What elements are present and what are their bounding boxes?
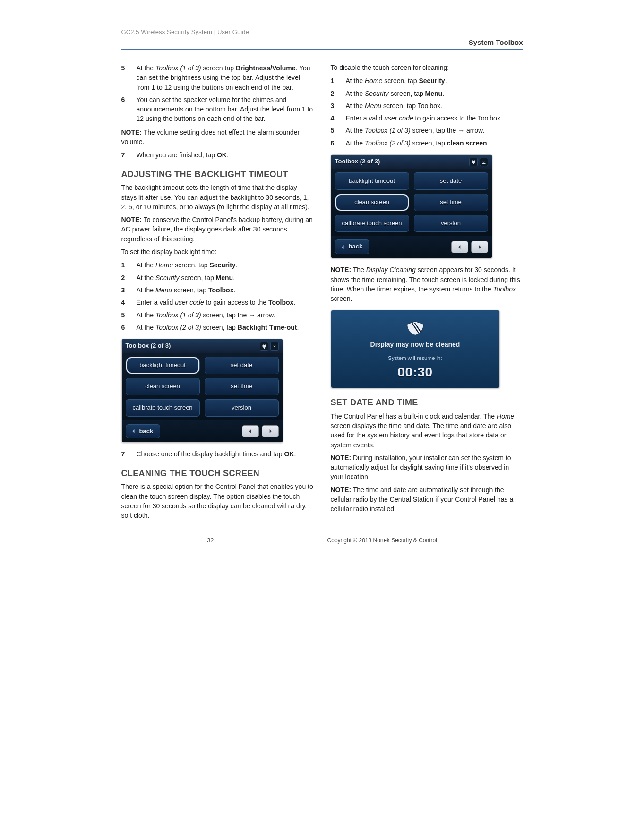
note-volume: NOTE: The volume setting does not effect… xyxy=(121,128,314,147)
step-number: 3 xyxy=(331,101,338,111)
list-item: 6At the Toolbox (2 of 3) screen, tap cle… xyxy=(331,138,523,148)
device-btn-set-time: set time xyxy=(414,194,488,211)
list-item: 2At the Security screen, tap Menu. xyxy=(121,273,314,282)
date-intro: The Control Panel has a built-in clock a… xyxy=(331,411,523,450)
left-column: 5At the Toolbox (1 of 3) screen tap Brig… xyxy=(121,60,314,523)
device-next-arrow xyxy=(471,241,488,253)
toolbox-screenshot-backlight: Toolbox (2 of 3) backlight timeout set d… xyxy=(121,339,283,443)
step-text: When you are finished, tap OK. xyxy=(137,150,229,160)
step-text: At the Security screen, tap Menu. xyxy=(137,273,235,282)
device-btn-version: version xyxy=(414,215,488,232)
device-btn-backlight-timeout: backlight timeout xyxy=(126,357,200,374)
step-number: 3 xyxy=(121,285,129,295)
list-item: 2At the Security screen, tap Menu. xyxy=(331,89,523,98)
device-btn-clean-screen: clean screen xyxy=(126,378,200,395)
step-number: 6 xyxy=(121,323,129,332)
step-number: 5 xyxy=(121,310,129,320)
step-number: 1 xyxy=(121,260,129,270)
download-icon xyxy=(480,158,488,166)
device-back-label: back xyxy=(139,427,154,436)
adjust-intro: The backlight timeout sets the length of… xyxy=(121,183,314,212)
device-btn-set-time: set time xyxy=(205,378,279,395)
adjust-note: NOTE: To conserve the Control Panel's ba… xyxy=(121,215,314,244)
list-item: 3At the Menu screen, tap Toolbox. xyxy=(331,101,523,111)
step-text: You can set the speaker volume for the c… xyxy=(137,95,314,124)
device-prev-arrow xyxy=(242,425,259,437)
step-number: 7 xyxy=(121,150,129,160)
step-text: Enter a valid user code to gain access t… xyxy=(346,113,502,123)
device-title: Toolbox (2 of 3) xyxy=(335,157,380,166)
step-text: At the Menu screen, tap Toolbox. xyxy=(346,101,442,111)
heading-adjust-backlight: ADJUSTING THE BACKLIGHT TIMEOUT xyxy=(121,170,314,180)
step-number: 7 xyxy=(121,449,129,459)
device-btn-calibrate: calibrate touch screen xyxy=(335,215,409,232)
list-item: 5At the Toolbox (1 of 3) screen tap Brig… xyxy=(121,63,314,92)
step-number: 5 xyxy=(121,63,129,92)
heading-cleaning: CLEANING THE TOUCH SCREEN xyxy=(121,469,314,479)
list-item: 5At the Toolbox (1 of 3) screen, tap the… xyxy=(121,310,314,320)
list-item: 5At the Toolbox (1 of 3) screen, tap the… xyxy=(331,126,523,135)
device-prev-arrow xyxy=(451,241,468,253)
device-back-button: back xyxy=(126,424,161,439)
clean-intro: There is a special option for the Contro… xyxy=(121,482,314,520)
step-number: 2 xyxy=(331,89,338,98)
device-title: Toolbox (2 of 3) xyxy=(126,342,171,351)
list-item: 1At the Home screen, tap Security. xyxy=(121,260,314,270)
step-text: At the Menu screen, tap Toolbox. xyxy=(137,285,236,295)
device-btn-set-date: set date xyxy=(414,172,488,190)
adjust-lead: To set the display backlight time: xyxy=(121,247,314,257)
device-btn-version: version xyxy=(205,399,279,417)
list-item: 4Enter a valid user code to gain access … xyxy=(331,113,523,123)
clean-note: NOTE: The Display Cleaning screen appear… xyxy=(331,265,523,303)
step-number: 4 xyxy=(121,298,129,307)
list-item: 4Enter a valid user code to gain access … xyxy=(121,298,314,307)
step-text: Choose one of the display backlight time… xyxy=(137,449,296,459)
step-text: At the Home screen, tap Security. xyxy=(137,260,238,270)
step-text: At the Toolbox (1 of 3) screen tap Brigh… xyxy=(137,63,314,92)
section-header: System Toolbox xyxy=(121,38,523,46)
copyright: Copyright © 2018 Nortek Security & Contr… xyxy=(327,537,437,544)
device-back-button: back xyxy=(335,239,370,254)
step-text: At the Security screen, tap Menu. xyxy=(346,89,445,98)
list-item: 7When you are finished, tap OK. xyxy=(121,150,314,160)
list-item: 6You can set the speaker volume for the … xyxy=(121,95,314,124)
doc-header: GC2.5 Wireless Security System | User Gu… xyxy=(121,28,523,35)
device-btn-calibrate: calibrate touch screen xyxy=(126,399,200,417)
step-number: 4 xyxy=(331,113,338,123)
page-number: 32 xyxy=(207,537,214,544)
step-number: 6 xyxy=(331,138,338,148)
date-note1: NOTE: During installation, your installe… xyxy=(331,453,523,482)
device-back-label: back xyxy=(349,242,363,251)
device-next-arrow xyxy=(262,425,279,437)
download-icon xyxy=(270,342,279,351)
clean-line1: Display may now be cleaned xyxy=(335,340,496,349)
device-btn-backlight-timeout: backlight timeout xyxy=(335,172,409,190)
step-text: Enter a valid user code to gain access t… xyxy=(137,298,296,307)
ac-power-icon xyxy=(260,342,268,351)
right-column: To disable the touch screen for cleaning… xyxy=(331,60,523,523)
step-number: 6 xyxy=(121,95,129,124)
step-text: At the Toolbox (2 of 3) screen, tap clea… xyxy=(346,138,489,148)
step-text: At the Home screen, tap Security. xyxy=(346,76,447,86)
step-text: At the Toolbox (2 of 3) screen, tap Back… xyxy=(137,323,299,332)
display-cleaning-screenshot: Display may now be cleaned System will r… xyxy=(331,310,500,388)
step-number: 1 xyxy=(331,76,338,86)
clean-line2: System will resume in: xyxy=(335,354,496,362)
toolbox-screenshot-clean: Toolbox (2 of 3) backlight timeout set d… xyxy=(331,154,492,258)
clean-lead: To disable the touch screen for cleaning… xyxy=(331,63,523,72)
ac-power-icon xyxy=(469,158,478,166)
date-note2: NOTE: The time and date are automaticall… xyxy=(331,485,523,514)
list-item: 1At the Home screen, tap Security. xyxy=(331,76,523,86)
clean-timer: 00:30 xyxy=(335,363,496,382)
page-footer: 32 Copyright © 2018 Nortek Security & Co… xyxy=(121,537,523,544)
device-btn-set-date: set date xyxy=(205,357,279,374)
step-text: At the Toolbox (1 of 3) screen, tap the … xyxy=(346,126,485,135)
cleaning-shield-icon xyxy=(404,321,426,336)
step-text: At the Toolbox (1 of 3) screen, tap the … xyxy=(137,310,275,320)
header-rule xyxy=(121,49,523,50)
step-number: 2 xyxy=(121,273,129,282)
step-number: 5 xyxy=(331,126,338,135)
device-btn-clean-screen: clean screen xyxy=(335,194,409,211)
list-item: 6At the Toolbox (2 of 3) screen, tap Bac… xyxy=(121,323,314,332)
list-item: 7Choose one of the display backlight tim… xyxy=(121,449,314,459)
